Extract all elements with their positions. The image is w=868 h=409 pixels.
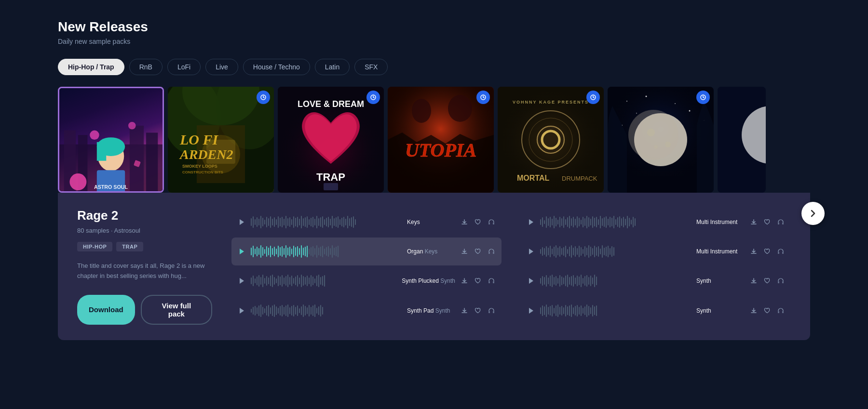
download-synthpad[interactable] bbox=[460, 306, 469, 315]
play-button-multi2[interactable] bbox=[527, 247, 535, 256]
like-synth1[interactable] bbox=[763, 277, 772, 285]
tab-hiphop-trap[interactable]: Hip-Hop / Trap bbox=[58, 59, 124, 75]
ldt-art: LOVE & DREAM TRAP bbox=[278, 87, 384, 193]
svg-rect-390 bbox=[569, 305, 570, 316]
play-button-multi1[interactable] bbox=[527, 218, 535, 226]
svg-rect-257 bbox=[610, 248, 610, 255]
download-synthplucked[interactable] bbox=[460, 277, 469, 285]
mortal-art: VOHNNY KAGE PRESENTS MORTAL DRUMPACK bbox=[498, 87, 604, 193]
track-row-synthpad[interactable]: Synth Pad Synth bbox=[231, 297, 502, 324]
svg-rect-169 bbox=[633, 217, 634, 227]
album-card-night[interactable] bbox=[608, 87, 714, 193]
album-card-astrosoul[interactable]: ASTRO SOUL bbox=[58, 87, 164, 193]
like-multi1[interactable] bbox=[763, 218, 772, 226]
download-button[interactable]: Download bbox=[77, 295, 135, 325]
svg-rect-303 bbox=[540, 278, 541, 284]
svg-text:UTOPIA: UTOPIA bbox=[405, 139, 476, 161]
track-row-multi1[interactable]: Multi Instrument bbox=[521, 208, 791, 236]
album-card-lofi[interactable]: LO FI ARDEN2 SMOKEY LOOPS CONSTRUCTION B… bbox=[168, 87, 274, 193]
tab-rnb[interactable]: RnB bbox=[129, 59, 163, 75]
svg-rect-112 bbox=[343, 217, 344, 227]
svg-rect-271 bbox=[268, 277, 269, 284]
svg-rect-323 bbox=[579, 277, 580, 285]
like-multi2[interactable] bbox=[763, 247, 772, 256]
track-row-synth2[interactable]: Synth bbox=[521, 297, 791, 324]
svg-rect-236 bbox=[569, 247, 570, 256]
svg-rect-357 bbox=[293, 305, 294, 317]
play-button-synth1[interactable] bbox=[527, 277, 535, 285]
svg-rect-65 bbox=[253, 216, 254, 228]
like-organ[interactable] bbox=[474, 247, 482, 256]
svg-rect-358 bbox=[295, 307, 296, 315]
play-button-synthplucked[interactable] bbox=[237, 277, 246, 285]
svg-rect-199 bbox=[301, 245, 302, 258]
waveform-svg-multi2 bbox=[540, 244, 646, 259]
play-button-organ[interactable] bbox=[237, 247, 246, 256]
download-synth2[interactable] bbox=[749, 306, 758, 315]
svg-rect-172 bbox=[782, 223, 784, 224]
tab-live[interactable]: Live bbox=[205, 59, 238, 75]
track-row-synthplucked[interactable]: Synth Plucked Synth bbox=[231, 267, 502, 295]
play-button-synthpad[interactable] bbox=[237, 306, 246, 315]
svg-rect-165 bbox=[625, 219, 626, 225]
svg-rect-68 bbox=[258, 219, 259, 225]
view-full-pack-button[interactable]: View full pack bbox=[141, 295, 212, 325]
headphone-multi2[interactable] bbox=[776, 247, 785, 256]
svg-rect-289 bbox=[303, 276, 304, 286]
svg-rect-319 bbox=[571, 276, 572, 286]
tab-lofi[interactable]: LoFi bbox=[167, 59, 201, 75]
svg-text:CONSTRUCTION BITS: CONSTRUCTION BITS bbox=[182, 170, 224, 174]
like-synth2[interactable] bbox=[763, 306, 772, 315]
svg-point-12 bbox=[128, 122, 136, 130]
headphone-synth2[interactable] bbox=[776, 306, 785, 315]
svg-rect-75 bbox=[272, 219, 273, 225]
tab-sfx[interactable]: SFX bbox=[354, 59, 388, 75]
svg-rect-221 bbox=[540, 249, 541, 254]
track-row-multi2[interactable]: Multi Instrument bbox=[521, 237, 791, 265]
download-icon-5 bbox=[461, 277, 468, 284]
headphone-multi1[interactable] bbox=[776, 218, 785, 226]
download-multi2[interactable] bbox=[749, 247, 758, 256]
headphone-track-keys[interactable] bbox=[487, 218, 496, 226]
headphone-synthplucked[interactable] bbox=[487, 277, 496, 285]
tab-house-techno[interactable]: House / Techno bbox=[243, 59, 310, 75]
album-card-mortal[interactable]: VOHNNY KAGE PRESENTS MORTAL DRUMPACK bbox=[498, 87, 604, 193]
svg-rect-306 bbox=[546, 275, 547, 287]
track-row-keys[interactable]: Keys bbox=[231, 208, 502, 236]
download-multi1[interactable] bbox=[749, 218, 758, 226]
astrosoul-art: ASTRO SOUL bbox=[59, 87, 163, 193]
download-organ[interactable] bbox=[460, 247, 469, 256]
headphone-synthpad[interactable] bbox=[487, 306, 496, 315]
svg-rect-200 bbox=[303, 248, 304, 255]
svg-rect-264 bbox=[255, 278, 256, 283]
tab-latin[interactable]: Latin bbox=[315, 59, 350, 75]
svg-rect-386 bbox=[561, 306, 562, 316]
like-synthplucked[interactable] bbox=[474, 277, 482, 285]
track-row-organ[interactable]: Organ Keys bbox=[231, 237, 502, 265]
album-card-utopia[interactable]: UTOPIA UTOPIA bbox=[388, 87, 494, 193]
svg-rect-186 bbox=[276, 249, 277, 254]
like-track-keys[interactable] bbox=[474, 218, 482, 226]
waveform-multi2 bbox=[540, 244, 690, 259]
headphone-organ[interactable] bbox=[487, 247, 496, 256]
svg-point-11 bbox=[90, 131, 99, 140]
track-row-synth1[interactable]: Synth bbox=[521, 267, 791, 295]
play-button-synth2[interactable] bbox=[527, 306, 535, 315]
album-artwork-night bbox=[608, 87, 714, 193]
svg-rect-316 bbox=[565, 276, 566, 286]
headphone-synth1[interactable] bbox=[776, 277, 785, 285]
album-card-lovedream[interactable]: LOVE & DREAM TRAP bbox=[278, 87, 384, 193]
svg-point-53 bbox=[636, 113, 637, 114]
download-track-keys[interactable] bbox=[460, 218, 469, 226]
svg-rect-398 bbox=[584, 306, 585, 315]
svg-rect-219 bbox=[488, 252, 490, 254]
svg-rect-151 bbox=[598, 219, 599, 225]
svg-rect-150 bbox=[596, 217, 597, 227]
album-card-extra[interactable] bbox=[718, 87, 766, 193]
play-button-keys[interactable] bbox=[237, 218, 246, 226]
like-synthpad[interactable] bbox=[474, 306, 482, 315]
waveform-svg-synth1b bbox=[540, 273, 646, 289]
download-synth1[interactable] bbox=[749, 277, 758, 285]
next-button[interactable] bbox=[801, 202, 825, 225]
svg-rect-108 bbox=[336, 217, 337, 227]
